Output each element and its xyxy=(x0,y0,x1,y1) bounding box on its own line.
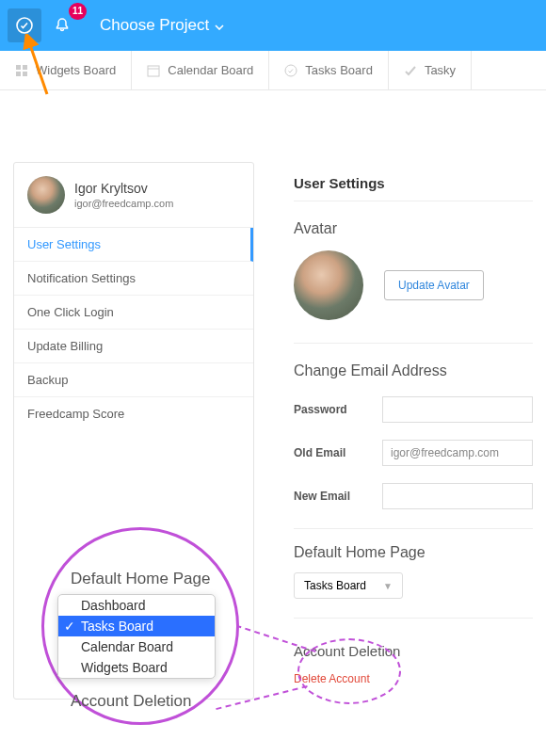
avatar-large xyxy=(294,250,363,320)
magnifier-annotation: Default Home Page Dashboard Tasks Board … xyxy=(41,527,239,725)
option-widgets-board[interactable]: Widgets Board xyxy=(58,657,215,678)
default-home-select[interactable]: Tasks Board ▼ xyxy=(294,572,403,599)
sidebar-item-label: Update Billing xyxy=(27,339,103,353)
password-row: Password xyxy=(294,396,533,423)
sidebar-item-freedcamp-score[interactable]: Freedcamp Score xyxy=(14,397,253,430)
avatar-small xyxy=(27,176,65,214)
sidebar-item-label: Freedcamp Score xyxy=(27,407,124,421)
triangle-down-icon: ▼ xyxy=(383,581,393,591)
tab-label: Calendar Board xyxy=(168,63,253,77)
tab-label: Tasks Board xyxy=(305,63,373,77)
default-home-title: Default Home Page xyxy=(294,544,533,561)
new-email-input[interactable] xyxy=(382,483,533,509)
update-avatar-button[interactable]: Update Avatar xyxy=(384,270,484,300)
user-name: Igor Kryltsov xyxy=(74,181,173,196)
board-tabs: Widgets Board Calendar Board Tasks Board… xyxy=(0,51,546,90)
avatar-row: Update Avatar xyxy=(294,250,533,344)
svg-rect-5 xyxy=(148,66,159,76)
default-home-value: Tasks Board xyxy=(304,579,366,592)
top-bar: 11 Choose Project xyxy=(0,0,546,51)
sidebar-item-backup[interactable]: Backup xyxy=(14,363,253,397)
bell-icon xyxy=(53,16,72,35)
option-label: Widgets Board xyxy=(81,660,168,675)
sidebar-item-update-billing[interactable]: Update Billing xyxy=(14,330,253,363)
sidebar-item-label: User Settings xyxy=(27,237,101,251)
svg-point-7 xyxy=(285,65,297,76)
tab-tasks-board[interactable]: Tasks Board xyxy=(269,51,389,89)
connector-ellipse-icon xyxy=(297,638,401,704)
new-email-label: New Email xyxy=(294,490,369,503)
change-email-title: Change Email Address xyxy=(294,362,533,379)
tab-tasky[interactable]: Tasky xyxy=(389,51,472,89)
magnifier-deletion-title: Account Deletion xyxy=(71,692,219,711)
main-panel: User Settings Avatar Update Avatar Chang… xyxy=(271,162,533,700)
choose-project-label: Choose Project xyxy=(100,16,209,35)
caret-down-icon xyxy=(215,16,224,35)
check-circle-icon xyxy=(284,64,297,77)
profile-header: Igor Kryltsov igor@freedcamp.com xyxy=(14,163,253,223)
option-label: Dashboard xyxy=(81,598,146,613)
option-calendar-board[interactable]: Calendar Board xyxy=(58,636,215,657)
password-label: Password xyxy=(294,403,369,416)
old-email-input[interactable] xyxy=(382,440,533,466)
old-email-label: Old Email xyxy=(294,446,369,459)
magnifier-title: Default Home Page xyxy=(71,570,219,588)
avatar-section-title: Avatar xyxy=(294,220,533,237)
sidebar-item-notification-settings[interactable]: Notification Settings xyxy=(14,262,253,296)
sidebar-item-user-settings[interactable]: User Settings xyxy=(14,228,253,262)
tab-calendar-board[interactable]: Calendar Board xyxy=(132,51,269,89)
option-tasks-board[interactable]: Tasks Board xyxy=(58,616,215,636)
sidebar-item-label: One Click Login xyxy=(27,305,114,319)
password-input[interactable] xyxy=(382,396,533,423)
check-circle-icon xyxy=(15,16,34,35)
option-label: Calendar Board xyxy=(81,639,173,654)
tab-label: Tasky xyxy=(425,63,456,77)
check-icon xyxy=(404,64,417,77)
calendar-icon xyxy=(147,64,160,77)
notification-badge: 11 xyxy=(69,3,87,20)
option-dashboard[interactable]: Dashboard xyxy=(58,595,215,616)
user-email: igor@freedcamp.com xyxy=(74,198,173,209)
annotation-arrow-icon xyxy=(11,34,68,104)
new-email-row: New Email xyxy=(294,483,533,509)
option-label: Tasks Board xyxy=(81,619,153,634)
page-title: User Settings xyxy=(294,175,533,201)
sidebar-item-label: Notification Settings xyxy=(27,271,136,285)
sidebar-item-label: Backup xyxy=(27,373,68,387)
sidebar-item-one-click-login[interactable]: One Click Login xyxy=(14,296,253,330)
sidebar-list: User Settings Notification Settings One … xyxy=(14,228,253,430)
home-page-options: Dashboard Tasks Board Calendar Board Wid… xyxy=(57,594,216,679)
old-email-row: Old Email xyxy=(294,440,533,466)
choose-project-dropdown[interactable]: Choose Project xyxy=(100,16,224,35)
